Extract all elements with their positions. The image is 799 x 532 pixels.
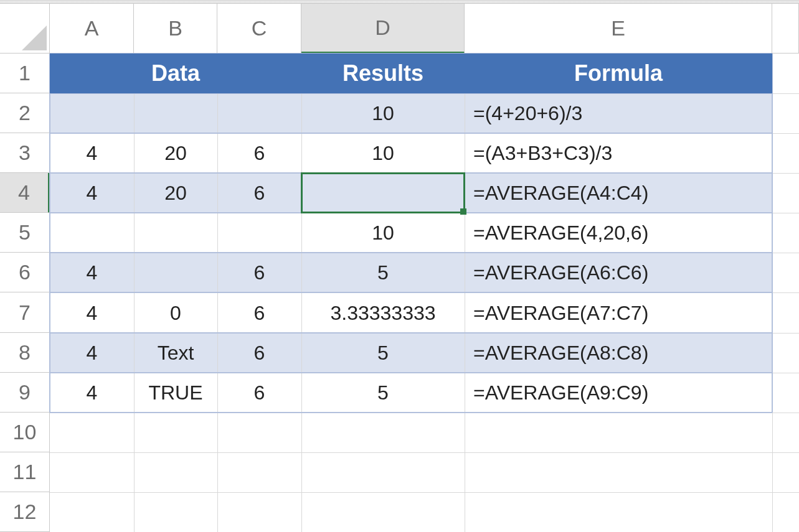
cell-C2[interactable] <box>217 93 301 133</box>
cell-A7[interactable]: 4 <box>50 292 134 333</box>
cell-E4[interactable]: =AVERAGE(A4:C4) <box>465 173 772 213</box>
row-header-1[interactable]: 1 <box>0 54 50 93</box>
column-header-B[interactable]: B <box>134 4 217 54</box>
gridline <box>50 492 799 493</box>
cell-B8[interactable]: Text <box>134 333 217 373</box>
cell-B6[interactable] <box>134 253 217 292</box>
cell-E7[interactable]: =AVERAGE(A7:C7) <box>465 292 772 333</box>
cell-E5[interactable]: =AVERAGE(4,20,6) <box>465 213 772 253</box>
cell-B3[interactable]: 20 <box>134 133 217 173</box>
cell-D3[interactable]: 10 <box>301 133 465 173</box>
cell-D2[interactable]: 10 <box>301 93 465 133</box>
cell-C9[interactable]: 6 <box>217 373 301 413</box>
row-header-2[interactable]: 2 <box>0 93 50 133</box>
table-header-results[interactable]: Results <box>301 54 465 93</box>
cell-A2[interactable] <box>50 93 134 133</box>
cell-A8[interactable]: 4 <box>50 333 134 373</box>
column-header-F[interactable] <box>772 4 799 54</box>
row-header-4[interactable]: 4 <box>0 173 50 213</box>
column-header-D[interactable]: D <box>301 4 465 54</box>
gridline <box>50 452 799 453</box>
cell-D6[interactable]: 5 <box>301 253 465 292</box>
cell-grid[interactable]: DataResultsFormula10=(4+20+6)/3420610=(A… <box>50 54 799 532</box>
row-header-7[interactable]: 7 <box>0 292 50 333</box>
cell-C6[interactable]: 6 <box>217 253 301 292</box>
cell-C7[interactable]: 6 <box>217 292 301 333</box>
cell-A9[interactable]: 4 <box>50 373 134 413</box>
cell-C5[interactable] <box>217 213 301 253</box>
cell-E8[interactable]: =AVERAGE(A8:C8) <box>465 333 772 373</box>
row-header-12[interactable]: 12 <box>0 492 50 532</box>
cell-B9[interactable]: TRUE <box>134 373 217 413</box>
cell-D4[interactable] <box>301 173 465 213</box>
column-header-A[interactable]: A <box>50 4 134 54</box>
cell-C3[interactable]: 6 <box>217 133 301 173</box>
cell-A3[interactable]: 4 <box>50 133 134 173</box>
cell-B4[interactable]: 20 <box>134 173 217 213</box>
cell-D7[interactable]: 3.33333333 <box>301 292 465 333</box>
column-header-E[interactable]: E <box>465 4 772 54</box>
cell-B7[interactable]: 0 <box>134 292 217 333</box>
row-header-6[interactable]: 6 <box>0 253 50 292</box>
select-all-triangle-icon <box>22 26 47 50</box>
cell-A5[interactable] <box>50 213 134 253</box>
cell-D9[interactable]: 5 <box>301 373 465 413</box>
select-all-corner[interactable] <box>0 4 50 54</box>
svg-marker-0 <box>22 26 47 50</box>
cell-E3[interactable]: =(A3+B3+C3)/3 <box>465 133 772 173</box>
cell-E2[interactable]: =(4+20+6)/3 <box>465 93 772 133</box>
row-headers: 123456789101112 <box>0 54 50 532</box>
row-header-3[interactable]: 3 <box>0 133 50 173</box>
cell-B2[interactable] <box>134 93 217 133</box>
cell-C4[interactable]: 6 <box>217 173 301 213</box>
row-header-8[interactable]: 8 <box>0 333 50 373</box>
row-header-9[interactable]: 9 <box>0 373 50 413</box>
row-header-11[interactable]: 11 <box>0 452 50 492</box>
row-header-10[interactable]: 10 <box>0 413 50 452</box>
cell-D8[interactable]: 5 <box>301 333 465 373</box>
cell-A6[interactable]: 4 <box>50 253 134 292</box>
table-header-data[interactable]: Data <box>50 54 301 93</box>
cell-E6[interactable]: =AVERAGE(A6:C6) <box>465 253 772 292</box>
row-header-5[interactable]: 5 <box>0 213 50 253</box>
cell-A4[interactable]: 4 <box>50 173 134 213</box>
column-header-C[interactable]: C <box>217 4 301 54</box>
cell-B5[interactable] <box>134 213 217 253</box>
cell-C8[interactable]: 6 <box>217 333 301 373</box>
cell-E9[interactable]: =AVERAGE(A9:C9) <box>465 373 772 413</box>
table-header-formula[interactable]: Formula <box>465 54 772 93</box>
cell-D5[interactable]: 10 <box>301 213 465 253</box>
column-headers: ABCDE <box>50 4 799 54</box>
spreadsheet: ABCDE 123456789101112 DataResultsFormula… <box>0 0 799 532</box>
